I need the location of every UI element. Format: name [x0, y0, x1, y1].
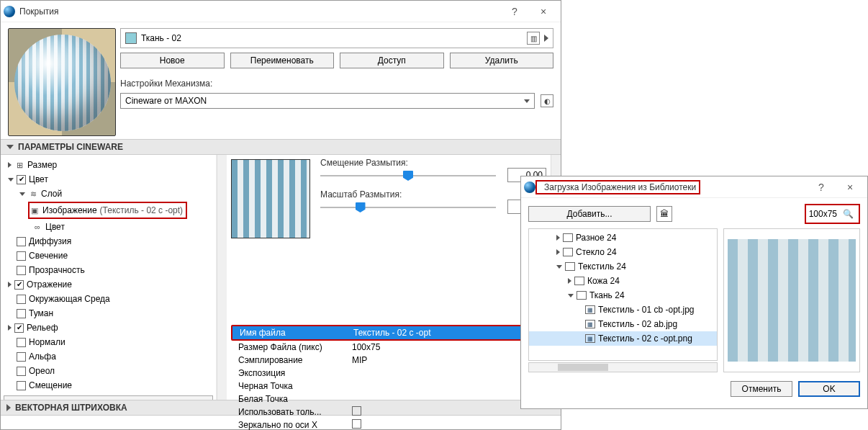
chevron-down-icon: [6, 145, 14, 149]
checkbox[interactable]: [17, 352, 26, 362]
texture-thumbnail[interactable]: [231, 159, 310, 238]
channel-properties: Смещение Размытия: 0,00 Масштаб Размытия…: [227, 155, 551, 400]
collapse-icon[interactable]: [568, 294, 574, 297]
expand-icon[interactable]: [8, 282, 12, 287]
chevron-right-icon: [6, 404, 11, 411]
pick-icon[interactable]: ▥: [527, 32, 540, 45]
tree-item-image-suffix: (Текстиль - 02 c -opt): [100, 205, 184, 215]
section-cineware-params[interactable]: ПАРАМЕТРЫ CINEWARE: [1, 139, 561, 155]
info-icon[interactable]: 🔍: [840, 206, 856, 222]
folder-icon: [574, 277, 584, 285]
expand-icon[interactable]: [8, 325, 12, 331]
expand-icon[interactable]: [568, 278, 571, 284]
checkbox[interactable]: [17, 251, 26, 261]
add-button[interactable]: Добавить...: [528, 206, 651, 222]
tree-folder-textile[interactable]: Текстиль 24: [578, 261, 626, 272]
chevron-down-icon: [524, 99, 530, 103]
collapse-icon[interactable]: [8, 178, 14, 182]
tree-scrollbar[interactable]: [217, 155, 227, 400]
tree-item-reflection[interactable]: Отражение: [27, 279, 72, 290]
channel-tree[interactable]: ⊞Размер Цвет ≋Слой ▣ Изображение (Тексти…: [1, 155, 217, 400]
highlight-filename-row: Имя файла Текстиль - 02 c -opt ...: [231, 325, 546, 341]
image-file-icon: ▦: [585, 334, 595, 343]
engine-settings-icon[interactable]: ◐: [541, 94, 553, 107]
tree-item-layer[interactable]: Слой: [41, 189, 62, 199]
blur-offset-slider[interactable]: 0,00: [320, 169, 546, 182]
prop-useonly[interactable]: Использовать толь...: [231, 406, 546, 418]
settings-match-combo[interactable]: Соответствие Настроек...: [4, 395, 213, 400]
tree-item-bump[interactable]: Рельеф: [27, 323, 58, 333]
checkbox[interactable]: [352, 419, 361, 429]
prop-mirror-x[interactable]: Зеркально по оси X: [231, 418, 546, 430]
close-button[interactable]: ×: [836, 182, 864, 193]
tree-item-transparency[interactable]: Прозрачность: [29, 265, 85, 275]
checkbox[interactable]: [352, 406, 361, 416]
highlight-image-row: ▣ Изображение (Текстиль - 02 c -opt): [28, 202, 187, 219]
tree-item-diffusion[interactable]: Диффузия: [29, 236, 71, 246]
tree-folder-misc[interactable]: Разное 24: [576, 233, 616, 243]
material-preview: [8, 28, 116, 136]
tree-folder-fabric[interactable]: Ткань 24: [589, 290, 625, 300]
new-button[interactable]: Новое: [120, 53, 225, 68]
tree-file[interactable]: Текстиль - 02 ab.jpg: [598, 319, 677, 329]
checkbox[interactable]: [14, 323, 24, 333]
prop-exposure[interactable]: Экспозиция0: [231, 367, 546, 380]
checkbox[interactable]: [17, 381, 26, 390]
close-button[interactable]: ×: [529, 6, 558, 17]
expand-icon[interactable]: [556, 235, 560, 241]
tree-item-environment[interactable]: Окружающая Среда: [29, 294, 110, 304]
checkbox[interactable]: [17, 266, 26, 275]
titlebar[interactable]: Загрузка Изображения из Библиотеки ? ×: [521, 176, 867, 198]
engine-value: Cineware от MAXON: [125, 96, 207, 106]
prop-blackpoint[interactable]: Черная Точка0: [231, 380, 546, 393]
prop-filesize: Размер Файла (пикс)100x75: [231, 341, 546, 354]
tree-item-luminance[interactable]: Свечение: [29, 251, 68, 261]
checkbox[interactable]: [14, 280, 24, 290]
checkbox[interactable]: [17, 367, 26, 376]
collapse-icon[interactable]: [19, 192, 25, 196]
prop-sampling[interactable]: СэмплированиеMIP: [231, 354, 546, 367]
collapse-icon[interactable]: [556, 265, 562, 269]
window-title: Покрытия: [19, 6, 59, 17]
help-button[interactable]: ?: [807, 182, 836, 193]
blur-scale-slider[interactable]: 0,00: [320, 201, 546, 214]
tree-folder-glass[interactable]: Стекло 24: [576, 247, 617, 257]
ok-button[interactable]: OK: [798, 381, 860, 397]
tree-item-color2[interactable]: Цвет: [45, 222, 65, 232]
tree-item-glow[interactable]: Ореол: [29, 366, 55, 376]
material-name-row[interactable]: Ткань - 02 ▥: [120, 28, 553, 48]
tree-folder-leather[interactable]: Кожа 24: [587, 276, 620, 286]
library-icon[interactable]: 🏛: [656, 206, 672, 222]
rename-button[interactable]: Переименовать: [230, 53, 335, 68]
access-button[interactable]: Доступ: [340, 53, 444, 68]
library-tree[interactable]: Разное 24 Стекло 24 Текстиль 24 Кожа 24 …: [528, 228, 718, 361]
checkbox[interactable]: [17, 309, 26, 318]
chevron-right-icon[interactable]: [544, 35, 548, 42]
prop-whitepoint[interactable]: Белая Точка1: [231, 393, 546, 406]
prop-filename[interactable]: Имя файла Текстиль - 02 c -opt ...: [232, 326, 545, 339]
tree-item-displacement[interactable]: Смещение: [29, 380, 72, 390]
help-button[interactable]: ?: [500, 6, 529, 17]
tree-item-alpha[interactable]: Альфа: [29, 351, 56, 362]
tree-file[interactable]: Текстиль - 01 cb -opt.jpg: [598, 305, 695, 315]
cancel-button[interactable]: Отменить: [731, 381, 792, 397]
delete-button[interactable]: Удалить: [450, 53, 554, 68]
tree-item-color[interactable]: Цвет: [29, 174, 48, 184]
checkbox[interactable]: [17, 295, 26, 304]
folder-icon: [565, 262, 575, 271]
expand-icon[interactable]: [8, 162, 12, 168]
expand-icon[interactable]: [556, 249, 560, 255]
tree-item-size[interactable]: Размер: [27, 160, 57, 170]
checkbox[interactable]: [17, 338, 26, 347]
checkbox[interactable]: [17, 175, 26, 184]
folder-icon: [577, 291, 587, 300]
checkbox[interactable]: [17, 237, 26, 246]
engine-combo[interactable]: Cineware от MAXON: [120, 93, 535, 109]
titlebar[interactable]: Покрытия ? ×: [1, 1, 561, 22]
blur-scale-label: Масштаб Размытия:: [320, 189, 546, 200]
tree-item-normals[interactable]: Нормали: [29, 337, 65, 347]
horizontal-scrollbar[interactable]: [528, 362, 718, 372]
tree-item-image[interactable]: Изображение: [42, 205, 97, 215]
tree-item-fog[interactable]: Туман: [29, 308, 53, 318]
tree-file-selected[interactable]: Текстиль - 02 c -opt.png: [598, 333, 692, 344]
